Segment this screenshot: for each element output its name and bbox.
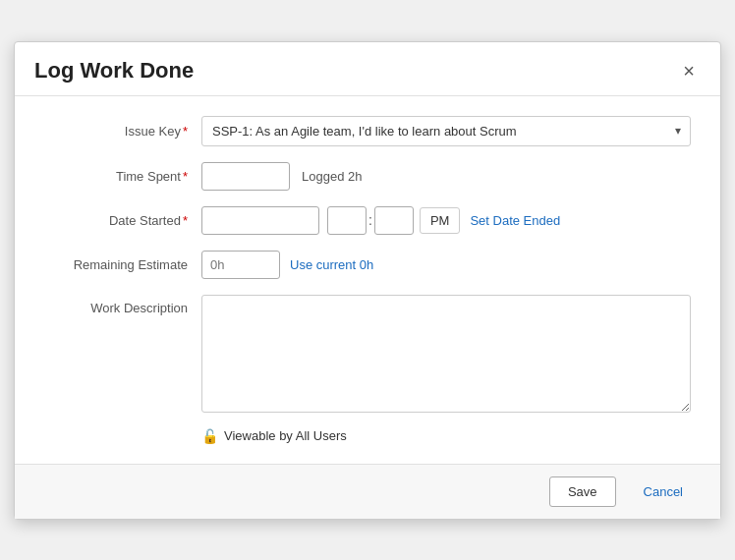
time-spent-label: Time Spent* [44,169,201,184]
work-description-row: Work Description [44,295,691,413]
dialog-body: Issue Key* SSP-1: As an Agile team, I'd … [15,96,720,464]
time-spent-control: 2.5h Logged 2h [201,162,691,191]
work-description-control [201,295,691,413]
issue-key-select[interactable]: SSP-1: As an Agile team, I'd like to lea… [201,116,691,146]
lock-icon: 🔓 [201,428,218,444]
save-button[interactable]: Save [549,476,616,507]
time-hour-input[interactable]: 1 [327,206,367,235]
remaining-estimate-input[interactable] [201,251,280,279]
required-star-date: * [183,213,188,228]
cancel-button[interactable]: Cancel [626,476,701,507]
visibility-row: 🔓 Viewable by All Users [201,428,691,444]
date-started-control: 2021-09-08 1 : 19 PM Set Date Ended [201,206,691,235]
required-star-time: * [183,169,188,184]
date-started-label: Date Started* [44,213,201,228]
dialog-footer: Save Cancel [15,464,720,519]
time-spent-row: Time Spent* 2.5h Logged 2h [44,162,691,191]
time-separator: : [368,212,372,228]
dialog-header: Log Work Done × [15,42,720,96]
remaining-estimate-label: Remaining Estimate [44,257,201,272]
issue-key-control: SSP-1: As an Agile team, I'd like to lea… [201,116,691,146]
ampm-button[interactable]: PM [420,207,461,234]
issue-key-label: Issue Key* [44,124,201,139]
remaining-estimate-control: Use current 0h [201,251,691,279]
work-description-label: Work Description [44,295,201,315]
issue-key-select-wrapper[interactable]: SSP-1: As an Agile team, I'd like to lea… [201,116,691,146]
date-started-row: Date Started* 2021-09-08 1 : 19 PM Set D… [44,206,691,235]
dialog-title: Log Work Done [34,58,194,84]
required-star: * [183,124,188,139]
use-current-button[interactable]: Use current 0h [290,257,373,272]
work-description-textarea[interactable] [201,295,691,413]
date-started-input[interactable]: 2021-09-08 [201,206,319,235]
visibility-text: Viewable by All Users [224,428,347,443]
issue-key-row: Issue Key* SSP-1: As an Agile team, I'd … [44,116,691,146]
log-work-dialog: Log Work Done × Issue Key* SSP-1: As an … [14,41,721,520]
close-button[interactable]: × [677,59,701,83]
set-date-ended-button[interactable]: Set Date Ended [470,213,560,228]
time-minute-input[interactable]: 19 [374,206,414,235]
time-spent-input[interactable]: 2.5h [201,162,290,191]
logged-text: Logged 2h [302,169,362,184]
remaining-estimate-row: Remaining Estimate Use current 0h [44,251,691,279]
